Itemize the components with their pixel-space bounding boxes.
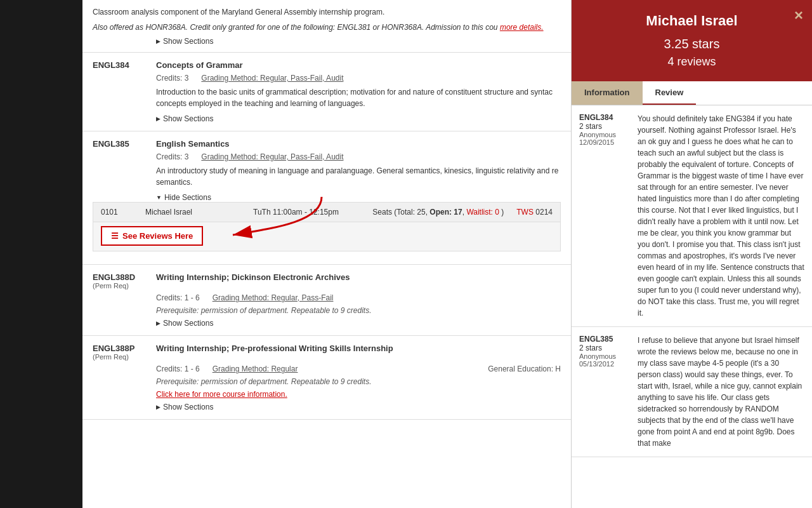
course-grading-engl388p[interactable]: Grading Method: Regular (213, 364, 298, 373)
course-grading-engl388d[interactable]: Grading Method: Regular, Pass-Fail (213, 293, 334, 302)
show-sections-engl384[interactable]: Show Sections (156, 114, 561, 123)
main-content: Classroom analysis component of the Mary… (82, 0, 571, 508)
review-meta-2: ENGL385 2 stars Anonymous 05/13/2012 (579, 335, 630, 449)
sections-table-engl385: 0101 Michael Israel TuTh 11:00am - 12:15… (93, 202, 561, 251)
course-block-engl384: ENGL384 Concepts of Grammar Credits: 3 G… (82, 53, 571, 131)
menu-icon: ☰ (111, 231, 119, 241)
review-meta-1: ENGL384 2 stars Anonymous 12/09/2015 (579, 113, 630, 319)
review-entry-2: ENGL385 2 stars Anonymous 05/13/2012 I r… (572, 327, 812, 457)
tab-review[interactable]: Review (643, 81, 697, 105)
review-course-2: ENGL385 (579, 335, 630, 344)
course-block-engl388d: ENGL388D (Perm Req) Writing Internship; … (82, 265, 571, 336)
section-row-0101: 0101 Michael Israel TuTh 11:00am - 12:15… (93, 203, 560, 222)
section-num: 0101 (101, 208, 133, 217)
review-stars-1: 2 stars (579, 122, 630, 131)
course-block-engl385: ENGL385 English Semantics Credits: 3 Gra… (82, 131, 571, 265)
review-date-1: 12/09/2015 (579, 138, 630, 146)
course-code-engl385: ENGL385 (93, 139, 143, 149)
course-code-engl388d: ENGL388D (93, 272, 143, 282)
section-time: TuTh 11:00am - 12:15pm (253, 208, 339, 217)
review-course-1: ENGL384 (579, 113, 630, 122)
course-credits-engl385: Credits: 3 (156, 152, 188, 161)
review-date-2: 05/13/2012 (579, 360, 630, 368)
click-info-engl388p[interactable]: Click here for more course information. (156, 390, 561, 399)
perm-req-engl388d: (Perm Req) (93, 282, 143, 290)
review-anon-1: Anonymous (579, 131, 630, 138)
review-tabs: Information Review (572, 81, 812, 105)
course-title-engl384: Concepts of Grammar (156, 60, 243, 70)
top-desc-block: Classroom analysis component of the Mary… (82, 0, 571, 53)
perm-req-engl388p: (Perm Req) (93, 353, 143, 361)
course-desc-engl384: Introduction to the basic units of gramm… (156, 86, 561, 109)
tab-information[interactable]: Information (572, 81, 643, 105)
prof-header: × Michael Israel 3.25 stars 4 reviews (572, 0, 812, 81)
close-button[interactable]: × (794, 6, 803, 24)
section-room: TWS 0214 (516, 208, 553, 217)
review-entry-1: ENGL384 2 stars Anonymous 12/09/2015 You… (572, 105, 812, 327)
top-desc-line1: Classroom analysis component of the Mary… (93, 6, 561, 18)
hide-sections-engl385[interactable]: Hide Sections (156, 193, 561, 202)
course-credits-engl388p: Credits: 1 - 6 (156, 364, 200, 373)
prereq-engl388d: Prerequisite: permission of department. … (156, 306, 561, 315)
review-text-2: I refuse to believe that anyone but Isra… (638, 335, 804, 449)
show-sections-engl388d[interactable]: Show Sections (156, 319, 561, 328)
course-grading-engl384[interactable]: Grading Method: Regular, Pass-Fail, Audi… (201, 74, 343, 83)
review-stars-2: 2 stars (579, 344, 630, 352)
course-grading-engl385[interactable]: Grading Method: Regular, Pass-Fail, Audi… (201, 152, 343, 161)
review-text-1: You should definitely take ENG384 if you… (638, 113, 804, 319)
gen-ed-engl388p: General Education: H (488, 364, 561, 373)
course-title-engl388d: Writing Internship; Dickinson Electronic… (156, 272, 350, 290)
section-seats: Seats (Total: 25, Open: 17, Waitlist: 0 … (351, 208, 504, 217)
course-credits-engl388d: Credits: 1 - 6 (156, 293, 200, 302)
show-sections-engl388p[interactable]: Show Sections (156, 403, 561, 411)
see-reviews-button[interactable]: ☰ See Reviews Here (101, 226, 203, 246)
also-offered-text: Also offered as HONR368A. Credit only gr… (93, 22, 561, 33)
course-title-engl388p: Writing Internship; Pre-professional Wri… (156, 344, 393, 353)
prof-reviews: 4 reviews (584, 55, 799, 69)
course-block-engl388p: ENGL388P (Perm Req) Writing Internship; … (82, 336, 571, 420)
prof-name: Michael Israel (584, 13, 799, 29)
more-details-link[interactable]: more details. (500, 23, 544, 32)
course-title-engl385: English Semantics (156, 139, 230, 149)
left-sidebar (0, 0, 82, 508)
prof-stars: 3.25 stars (584, 37, 799, 51)
course-code-engl384: ENGL384 (93, 60, 143, 70)
course-credits-engl384: Credits: 3 (156, 74, 188, 83)
course-code-engl388p: ENGL388P (93, 344, 143, 353)
prof-review-panel: × Michael Israel 3.25 stars 4 reviews In… (571, 0, 812, 508)
show-sections-1[interactable]: Show Sections (156, 37, 561, 46)
section-instructor: Michael Israel (145, 208, 240, 217)
prereq-engl388p: Prerequisite: permission of department. … (156, 377, 561, 386)
review-anon-2: Anonymous (579, 352, 630, 360)
course-desc-engl385: An introductory study of meaning in lang… (156, 165, 561, 188)
